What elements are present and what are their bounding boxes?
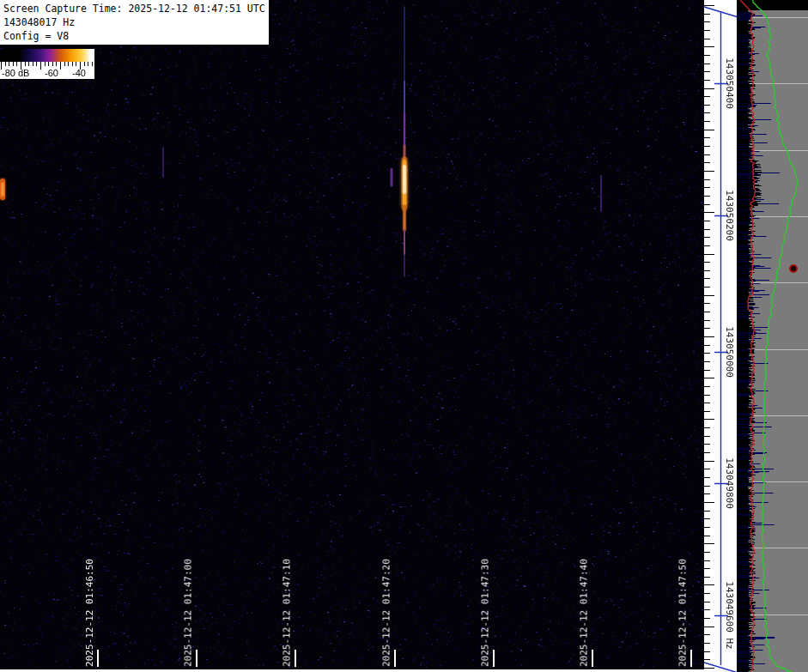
freq-tick-label: 143049800 (724, 457, 735, 509)
time-tick-label: 2025-12-12 01:47:20 (380, 559, 392, 667)
db-ruler: -80 dB -60 -40 (0, 62, 94, 79)
spectrum-lab-capture: Screen Capture Time: 2025-12-12 01:47:51… (0, 0, 808, 672)
freq-tick-label: 143050200 (724, 190, 735, 241)
time-tick (592, 650, 593, 667)
time-tick-label: 2025-12-12 01:47:40 (578, 559, 589, 667)
time-tick-label: 2025-12-12 01:47:00 (182, 559, 193, 667)
time-tick (97, 650, 99, 667)
db-label-max: -40 (72, 68, 86, 78)
color-gradient-bar (0, 49, 94, 62)
freq-tick-label: 143050000 (724, 326, 735, 378)
time-tick (394, 650, 396, 667)
color-scale-legend: -80 dB -60 -40 (0, 49, 94, 79)
frequency-line: 143048017 Hz (3, 15, 269, 29)
time-tick-label: 2025-12-12 01:46:50 (83, 559, 94, 667)
db-label-min: -80 dB (2, 68, 29, 78)
capture-time-line: Screen Capture Time: 2025-12-12 01:47:51… (3, 2, 269, 15)
time-tick (196, 650, 197, 667)
time-tick-label: 2025-12-12 01:47:10 (281, 559, 292, 667)
time-tick-label: 2025-12-12 01:47:30 (479, 559, 490, 667)
db-label-mid: -60 (45, 68, 58, 78)
config-line: Config = V8 (3, 29, 269, 43)
capture-info-box: Screen Capture Time: 2025-12-12 01:47:51… (0, 0, 269, 45)
time-tick (690, 650, 692, 667)
time-tick (295, 650, 296, 667)
time-tick-label: 2025-12-12 01:47:50 (677, 559, 688, 667)
freq-tick-label: 143049600 Hz (724, 581, 735, 649)
time-tick (493, 650, 495, 667)
freq-tick-label: 143050400 (724, 58, 735, 109)
